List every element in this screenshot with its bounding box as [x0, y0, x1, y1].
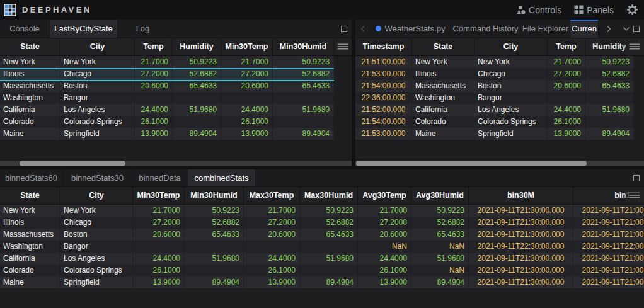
- column-header-state[interactable]: State: [0, 187, 60, 204]
- right-tabs-overflow-button[interactable]: [621, 20, 631, 38]
- settings-button[interactable]: [620, 1, 640, 18]
- cell-min30humid[interactable]: 89.4904: [185, 277, 244, 288]
- cell-min30temp[interactable]: 26.1000: [221, 116, 273, 128]
- right-tabs-scroll-right-button[interactable]: [604, 20, 614, 38]
- right-horizontal-scrollbar[interactable]: [355, 161, 644, 166]
- cell-state[interactable]: New York: [0, 205, 60, 217]
- column-header-humidity[interactable]: Humidity: [173, 38, 221, 55]
- cell-state[interactable]: New York: [412, 56, 474, 68]
- table-row[interactable]: IllinoisChicago27.200052.688227.200052.6…: [0, 217, 644, 229]
- cell-timestamp[interactable]: 21:53:00.000: [355, 128, 412, 140]
- cell-min30temp[interactable]: 21.7000: [133, 205, 185, 217]
- cell-bin1h[interactable]: 2021-09-11T22:00:00.000: [573, 241, 644, 253]
- cell-min30temp[interactable]: 27.2000: [133, 217, 185, 229]
- cell-humidity[interactable]: [173, 92, 221, 104]
- cell-city[interactable]: Springfield: [60, 128, 135, 140]
- left-maximize-button[interactable]: [339, 20, 349, 38]
- table-row[interactable]: CaliforniaLos Angeles24.400051.968024.40…: [0, 104, 334, 116]
- column-header-state[interactable]: State: [412, 38, 474, 55]
- table-row[interactable]: 22:36:00.000WashingtonBangor: [355, 92, 634, 104]
- cell-state[interactable]: California: [412, 104, 474, 116]
- column-header-avg30temp[interactable]: Avg30Temp: [358, 187, 411, 204]
- left-table-menu-button[interactable]: [331, 38, 348, 55]
- cell-city[interactable]: Los Angeles: [60, 104, 135, 116]
- column-header-temp[interactable]: Temp: [548, 38, 585, 55]
- cell-avg30humid[interactable]: 52.6882: [411, 217, 469, 229]
- cell-avg30humid[interactable]: NaN: [411, 241, 469, 253]
- cell-temp[interactable]: 13.9000: [135, 128, 173, 140]
- cell-min30temp[interactable]: 24.4000: [221, 104, 273, 116]
- cell-min30temp[interactable]: [221, 92, 273, 104]
- cell-temp[interactable]: [548, 92, 585, 104]
- cell-humidity[interactable]: 65.4633: [585, 80, 634, 92]
- cell-state[interactable]: Massachusetts: [0, 229, 60, 241]
- cell-city[interactable]: New York: [60, 56, 135, 68]
- cell-temp[interactable]: 21.7000: [548, 56, 585, 68]
- right-maximize-button[interactable]: [631, 20, 641, 38]
- cell-min30humid[interactable]: [273, 116, 334, 128]
- cell-min30humid[interactable]: [185, 265, 244, 277]
- cell-city[interactable]: Bangor: [474, 92, 548, 104]
- cell-timestamp[interactable]: 22:36:00.000: [355, 92, 412, 104]
- table-row[interactable]: 21:54:00.000MassachusettsBoston20.600065…: [355, 80, 634, 92]
- column-header-city[interactable]: City: [474, 38, 548, 55]
- cell-city[interactable]: Bangor: [60, 241, 133, 253]
- cell-min30humid[interactable]: 51.9680: [185, 253, 244, 265]
- cell-max30temp[interactable]: 24.4000: [244, 253, 300, 265]
- column-header-city[interactable]: City: [60, 38, 135, 55]
- cell-max30temp[interactable]: 27.2000: [244, 217, 300, 229]
- cell-city[interactable]: Boston: [474, 80, 548, 92]
- cell-state[interactable]: Maine: [412, 128, 474, 140]
- column-header-temp[interactable]: Temp: [135, 38, 173, 55]
- bottom-maximize-button[interactable]: [631, 169, 641, 186]
- column-header-state[interactable]: State: [0, 38, 60, 55]
- cell-state[interactable]: Maine: [0, 277, 60, 288]
- table-row[interactable]: WashingtonBangorNaNNaN2021-09-11T22:30:0…: [0, 241, 644, 253]
- table-row[interactable]: New YorkNew York21.700050.922321.700050.…: [0, 56, 334, 68]
- cell-state[interactable]: Washington: [0, 92, 60, 104]
- right-tab-file-explorer[interactable]: File Explorer: [521, 20, 570, 38]
- cell-bin30m[interactable]: 2021-09-11T21:30:00.000: [469, 217, 573, 229]
- cell-humidity[interactable]: 52.6882: [173, 68, 221, 80]
- cell-bin1h[interactable]: 2021-09-11T21:00:00.000: [573, 217, 644, 229]
- cell-temp[interactable]: 24.4000: [135, 104, 173, 116]
- table-row[interactable]: ColoradoColorado Springs26.100026.1000: [0, 116, 334, 128]
- panels-button[interactable]: Panels: [568, 3, 620, 18]
- cell-city[interactable]: Colorado Springs: [60, 116, 135, 128]
- cell-humidity[interactable]: [585, 92, 634, 104]
- cell-max30humid[interactable]: 89.4904: [300, 277, 358, 288]
- cell-bin1h[interactable]: 2021-09-11T21:00:00.000: [573, 229, 644, 241]
- cell-temp[interactable]: 13.9000: [548, 128, 585, 140]
- cell-bin30m[interactable]: 2021-09-11T22:30:00.000: [469, 241, 573, 253]
- column-header-max30humid[interactable]: Max30Humid: [300, 187, 358, 204]
- cell-avg30humid[interactable]: 50.9223: [411, 205, 469, 217]
- cell-avg30humid[interactable]: 51.9680: [411, 253, 469, 265]
- cell-city[interactable]: Springfield: [474, 128, 548, 140]
- table-row[interactable]: CaliforniaLos Angeles24.400051.968024.40…: [0, 253, 644, 265]
- cell-max30temp[interactable]: [244, 241, 300, 253]
- column-header-avg30humid[interactable]: Avg30Humid: [411, 187, 469, 204]
- cell-avg30temp[interactable]: 20.6000: [358, 229, 411, 241]
- cell-humidity[interactable]: 50.9223: [173, 56, 221, 68]
- cell-humidity[interactable]: 89.4904: [173, 128, 221, 140]
- cell-city[interactable]: Boston: [60, 80, 135, 92]
- cell-temp[interactable]: 27.2000: [135, 68, 173, 80]
- table-row[interactable]: New YorkNew York21.700050.922321.700050.…: [0, 205, 644, 217]
- cell-timestamp[interactable]: 21:54:00.000: [355, 116, 412, 128]
- cell-max30temp[interactable]: 20.6000: [244, 229, 300, 241]
- cell-avg30temp[interactable]: 24.4000: [358, 253, 411, 265]
- cell-bin30m[interactable]: 2021-09-11T21:30:00.000: [469, 205, 573, 217]
- cell-state[interactable]: California: [0, 253, 60, 265]
- cell-min30temp[interactable]: 20.6000: [221, 80, 273, 92]
- cell-min30humid[interactable]: 52.6882: [273, 68, 334, 80]
- cell-city[interactable]: Boston: [60, 229, 133, 241]
- cell-min30temp[interactable]: 27.2000: [221, 68, 273, 80]
- left-tab-console[interactable]: Console: [0, 20, 50, 38]
- cell-state[interactable]: Maine: [0, 128, 60, 140]
- cell-state[interactable]: California: [0, 104, 60, 116]
- cell-avg30temp[interactable]: 26.1000: [358, 265, 411, 277]
- cell-temp[interactable]: 24.4000: [548, 104, 585, 116]
- right-tab-weatherstats-py[interactable]: WeatherStats.py: [371, 20, 451, 38]
- cell-avg30temp[interactable]: 21.7000: [358, 205, 411, 217]
- cell-state[interactable]: Illinois: [412, 68, 474, 80]
